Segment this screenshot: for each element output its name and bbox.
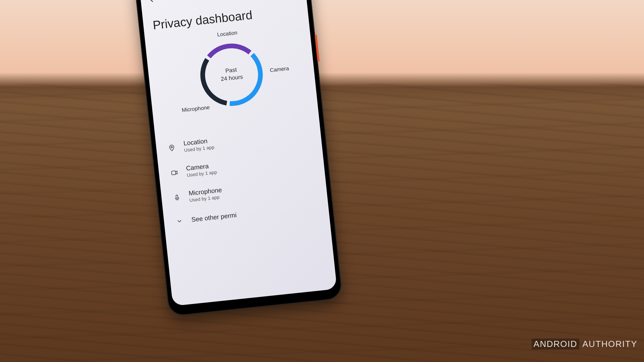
permissions-list: Location Used by 1 app Camera Used by 1 …	[155, 117, 329, 226]
chart-label-microphone: Microphone	[181, 104, 210, 113]
microphone-icon	[173, 193, 181, 201]
back-button[interactable]	[146, 0, 160, 6]
svg-point-1	[171, 146, 172, 148]
camera-icon	[170, 169, 179, 177]
photo-scene: ANDROID AUTHORITY 5:44 73%	[0, 0, 644, 362]
usage-chart: Past 24 hours Location Camera Microphone	[145, 24, 318, 128]
power-button	[315, 35, 319, 62]
see-other-label: See other permi	[191, 212, 237, 223]
phone-frame: 5:44 73%	[133, 0, 343, 316]
phone: 5:44 73%	[133, 0, 343, 316]
chart-label-camera: Camera	[270, 65, 289, 73]
svg-rect-3	[176, 195, 178, 198]
screen: 5:44 73%	[139, 0, 337, 306]
watermark-boxed: ANDROID	[532, 339, 579, 350]
chevron-down-icon	[175, 217, 184, 225]
arrow-left-icon	[149, 0, 157, 3]
watermark-rest: AUTHORITY	[582, 339, 637, 349]
chart-center-label: Past 24 hours	[220, 66, 244, 83]
svg-rect-2	[171, 171, 176, 175]
watermark: ANDROID AUTHORITY	[532, 339, 637, 349]
location-pin-icon	[167, 143, 176, 152]
